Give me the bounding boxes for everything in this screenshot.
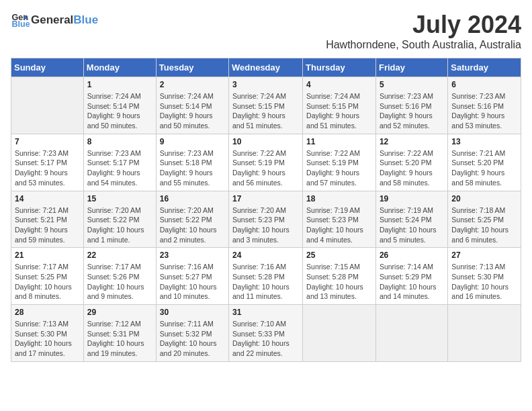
- calendar-cell: 5Sunrise: 7:23 AM Sunset: 5:16 PM Daylig…: [375, 77, 447, 134]
- day-info: Sunrise: 7:24 AM Sunset: 5:14 PM Dayligh…: [87, 91, 152, 131]
- calendar-cell: 13Sunrise: 7:21 AM Sunset: 5:20 PM Dayli…: [448, 134, 521, 191]
- day-info: Sunrise: 7:20 AM Sunset: 5:22 PM Dayligh…: [87, 205, 152, 245]
- day-info: Sunrise: 7:13 AM Sunset: 5:30 PM Dayligh…: [451, 262, 517, 302]
- day-info: Sunrise: 7:15 AM Sunset: 5:28 PM Dayligh…: [306, 262, 372, 302]
- day-number: 17: [232, 194, 299, 203]
- calendar-cell: 16Sunrise: 7:20 AM Sunset: 5:22 PM Dayli…: [156, 191, 228, 248]
- day-info: Sunrise: 7:22 AM Sunset: 5:19 PM Dayligh…: [306, 148, 372, 188]
- day-number: 11: [306, 137, 372, 146]
- calendar-cell: 12Sunrise: 7:22 AM Sunset: 5:20 PM Dayli…: [375, 134, 447, 191]
- day-info: Sunrise: 7:24 AM Sunset: 5:15 PM Dayligh…: [232, 91, 299, 131]
- day-number: 27: [451, 250, 517, 260]
- day-info: Sunrise: 7:16 AM Sunset: 5:28 PM Dayligh…: [232, 262, 299, 302]
- column-header-sunday: Sunday: [11, 58, 84, 77]
- column-header-tuesday: Tuesday: [156, 58, 228, 77]
- calendar-cell: 30Sunrise: 7:11 AM Sunset: 5:32 PM Dayli…: [156, 305, 228, 362]
- calendar-cell: 17Sunrise: 7:20 AM Sunset: 5:23 PM Dayli…: [229, 191, 303, 248]
- column-header-saturday: Saturday: [448, 58, 521, 77]
- sub-title: Hawthorndene, South Australia, Australia: [326, 39, 521, 51]
- calendar-cell: 27Sunrise: 7:13 AM Sunset: 5:30 PM Dayli…: [448, 248, 521, 305]
- day-number: 18: [306, 194, 372, 203]
- logo-general-text: General: [31, 13, 73, 26]
- day-number: 21: [15, 250, 80, 260]
- calendar-cell: 22Sunrise: 7:17 AM Sunset: 5:26 PM Dayli…: [83, 248, 156, 305]
- logo-icon: Gen Blue: [11, 11, 30, 30]
- day-info: Sunrise: 7:19 AM Sunset: 5:24 PM Dayligh…: [380, 205, 444, 245]
- calendar-cell: 10Sunrise: 7:22 AM Sunset: 5:19 PM Dayli…: [229, 134, 303, 191]
- day-info: Sunrise: 7:20 AM Sunset: 5:23 PM Dayligh…: [232, 205, 299, 245]
- logo-blue-text: Blue: [73, 13, 98, 26]
- main-title: July 2024: [326, 11, 521, 39]
- day-number: 1: [87, 80, 152, 89]
- column-header-monday: Monday: [83, 58, 156, 77]
- calendar-week-row: 14Sunrise: 7:21 AM Sunset: 5:21 PM Dayli…: [11, 191, 521, 248]
- day-number: 4: [306, 80, 372, 89]
- day-info: Sunrise: 7:24 AM Sunset: 5:14 PM Dayligh…: [160, 91, 225, 131]
- day-info: Sunrise: 7:21 AM Sunset: 5:21 PM Dayligh…: [15, 205, 80, 245]
- calendar-cell: 26Sunrise: 7:14 AM Sunset: 5:29 PM Dayli…: [375, 248, 447, 305]
- calendar-cell: 1Sunrise: 7:24 AM Sunset: 5:14 PM Daylig…: [83, 77, 156, 134]
- day-number: 13: [451, 137, 517, 146]
- calendar-cell: 11Sunrise: 7:22 AM Sunset: 5:19 PM Dayli…: [303, 134, 376, 191]
- day-info: Sunrise: 7:14 AM Sunset: 5:29 PM Dayligh…: [380, 262, 444, 302]
- calendar-cell: 31Sunrise: 7:10 AM Sunset: 5:33 PM Dayli…: [229, 305, 303, 362]
- calendar-cell: 20Sunrise: 7:18 AM Sunset: 5:25 PM Dayli…: [448, 191, 521, 248]
- calendar-cell: 25Sunrise: 7:15 AM Sunset: 5:28 PM Dayli…: [303, 248, 376, 305]
- day-info: Sunrise: 7:24 AM Sunset: 5:15 PM Dayligh…: [306, 91, 372, 131]
- day-info: Sunrise: 7:22 AM Sunset: 5:19 PM Dayligh…: [232, 148, 299, 188]
- day-number: 5: [380, 80, 444, 89]
- day-number: 2: [160, 80, 225, 89]
- day-number: 29: [87, 308, 152, 317]
- calendar-cell: 18Sunrise: 7:19 AM Sunset: 5:23 PM Dayli…: [303, 191, 376, 248]
- day-number: 30: [160, 308, 225, 317]
- day-number: 3: [232, 80, 299, 89]
- day-info: Sunrise: 7:13 AM Sunset: 5:30 PM Dayligh…: [15, 319, 80, 359]
- calendar-cell: [303, 305, 376, 362]
- day-number: 9: [160, 137, 225, 146]
- svg-text:Blue: Blue: [11, 19, 30, 29]
- day-number: 23: [160, 250, 225, 260]
- day-info: Sunrise: 7:19 AM Sunset: 5:23 PM Dayligh…: [306, 205, 372, 245]
- day-info: Sunrise: 7:17 AM Sunset: 5:26 PM Dayligh…: [87, 262, 152, 302]
- calendar-cell: 2Sunrise: 7:24 AM Sunset: 5:14 PM Daylig…: [156, 77, 228, 134]
- day-info: Sunrise: 7:20 AM Sunset: 5:22 PM Dayligh…: [160, 205, 225, 245]
- calendar-cell: 15Sunrise: 7:20 AM Sunset: 5:22 PM Dayli…: [83, 191, 156, 248]
- day-number: 22: [87, 250, 152, 260]
- day-number: 25: [306, 250, 372, 260]
- day-number: 15: [87, 194, 152, 203]
- day-number: 26: [380, 250, 444, 260]
- day-info: Sunrise: 7:17 AM Sunset: 5:25 PM Dayligh…: [15, 262, 80, 302]
- calendar-header-row: SundayMondayTuesdayWednesdayThursdayFrid…: [11, 58, 521, 77]
- calendar-cell: 7Sunrise: 7:23 AM Sunset: 5:17 PM Daylig…: [11, 134, 84, 191]
- day-number: 8: [87, 137, 152, 146]
- column-header-thursday: Thursday: [303, 58, 376, 77]
- day-info: Sunrise: 7:21 AM Sunset: 5:20 PM Dayligh…: [451, 148, 517, 188]
- day-number: 12: [380, 137, 444, 146]
- day-info: Sunrise: 7:23 AM Sunset: 5:17 PM Dayligh…: [87, 148, 152, 188]
- day-number: 20: [451, 194, 517, 203]
- logo: Gen Blue GeneralBlue: [11, 11, 98, 30]
- day-info: Sunrise: 7:22 AM Sunset: 5:20 PM Dayligh…: [380, 148, 444, 188]
- calendar-cell: 8Sunrise: 7:23 AM Sunset: 5:17 PM Daylig…: [83, 134, 156, 191]
- day-number: 10: [232, 137, 299, 146]
- calendar-week-row: 1Sunrise: 7:24 AM Sunset: 5:14 PM Daylig…: [11, 77, 521, 134]
- day-info: Sunrise: 7:10 AM Sunset: 5:33 PM Dayligh…: [232, 319, 299, 359]
- calendar-cell: 3Sunrise: 7:24 AM Sunset: 5:15 PM Daylig…: [229, 77, 303, 134]
- day-number: 24: [232, 250, 299, 260]
- column-header-friday: Friday: [375, 58, 447, 77]
- calendar-cell: 28Sunrise: 7:13 AM Sunset: 5:30 PM Dayli…: [11, 305, 84, 362]
- day-number: 6: [451, 80, 517, 89]
- day-info: Sunrise: 7:16 AM Sunset: 5:27 PM Dayligh…: [160, 262, 225, 302]
- calendar-cell: 23Sunrise: 7:16 AM Sunset: 5:27 PM Dayli…: [156, 248, 228, 305]
- day-number: 14: [15, 194, 80, 203]
- day-info: Sunrise: 7:18 AM Sunset: 5:25 PM Dayligh…: [451, 205, 517, 245]
- calendar-cell: 6Sunrise: 7:23 AM Sunset: 5:16 PM Daylig…: [448, 77, 521, 134]
- calendar-cell: 29Sunrise: 7:12 AM Sunset: 5:31 PM Dayli…: [83, 305, 156, 362]
- calendar-cell: 4Sunrise: 7:24 AM Sunset: 5:15 PM Daylig…: [303, 77, 376, 134]
- calendar-week-row: 21Sunrise: 7:17 AM Sunset: 5:25 PM Dayli…: [11, 248, 521, 305]
- calendar-cell: [448, 305, 521, 362]
- day-info: Sunrise: 7:23 AM Sunset: 5:17 PM Dayligh…: [15, 148, 80, 188]
- day-number: 16: [160, 194, 225, 203]
- day-info: Sunrise: 7:23 AM Sunset: 5:16 PM Dayligh…: [380, 91, 444, 131]
- calendar-week-row: 7Sunrise: 7:23 AM Sunset: 5:17 PM Daylig…: [11, 134, 521, 191]
